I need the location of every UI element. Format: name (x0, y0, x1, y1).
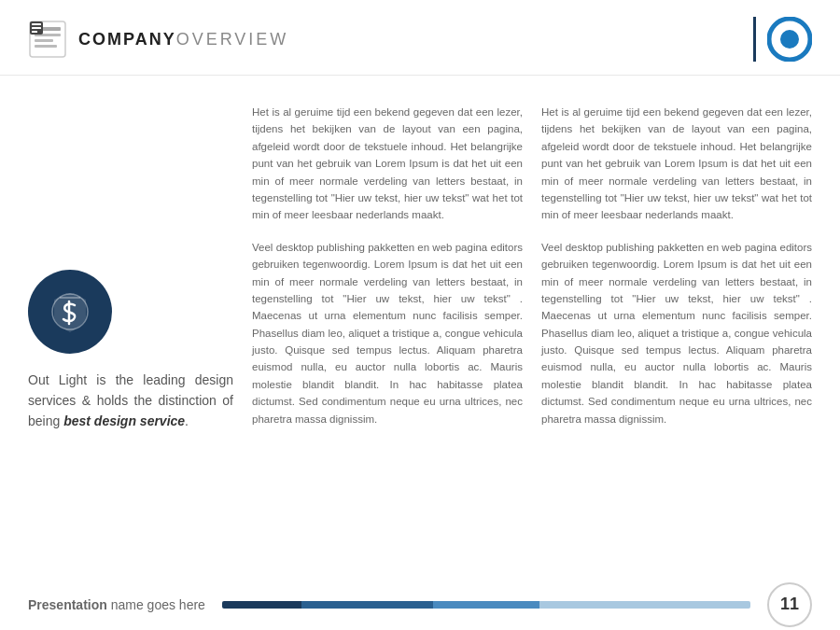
footer-presentation-title: Presentation name goes here (28, 597, 205, 612)
svg-rect-3 (35, 39, 53, 42)
company-title: COMPANYOVERVIEW (78, 30, 288, 49)
progress-segment-4 (539, 601, 750, 609)
footer-progress-bar (222, 601, 750, 609)
text-column-2: Het is al geruime tijd een bekend gegeve… (541, 94, 812, 552)
left-description: Out Light is the leading design services… (28, 371, 233, 431)
text-col1-para2: Veel desktop publishing pakketten en web… (252, 239, 523, 427)
svg-rect-8 (32, 31, 37, 33)
svg-point-10 (780, 30, 799, 49)
text-col1-para1: Het is al geruime tijd een bekend gegeve… (252, 104, 523, 224)
svg-rect-6 (32, 23, 41, 25)
circle-logo-icon (767, 17, 812, 62)
progress-segment-3 (433, 601, 539, 609)
right-columns: Het is al geruime tijd een bekend gegeve… (252, 94, 812, 552)
header-divider (753, 17, 756, 62)
text-col2-para1: Het is al geruime tijd een bekend gegeve… (541, 104, 812, 224)
header: COMPANYOVERVIEW (0, 0, 840, 76)
badge-icon (28, 270, 112, 354)
footer: Presentation name goes here 11 (0, 579, 840, 630)
text-col2-para2: Veel desktop publishing pakketten en web… (541, 239, 812, 427)
left-column: Out Light is the leading design services… (28, 94, 233, 552)
page-number: 11 (767, 582, 812, 627)
main-content: Out Light is the leading design services… (0, 76, 840, 561)
header-left: COMPANYOVERVIEW (28, 20, 288, 59)
progress-segment-2 (301, 601, 434, 609)
document-icon (28, 20, 67, 59)
svg-rect-4 (35, 45, 57, 48)
svg-rect-7 (32, 27, 41, 29)
progress-segment-1 (222, 601, 301, 609)
text-column-1: Het is al geruime tijd een bekend gegeve… (252, 94, 523, 552)
header-right (753, 17, 812, 62)
